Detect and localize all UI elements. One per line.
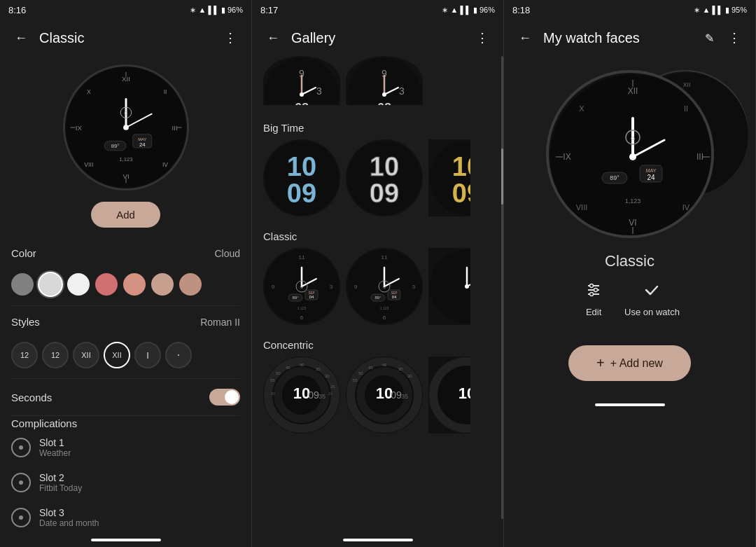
bigtime-face-svg-1: 10 09 — [263, 139, 340, 216]
app-bar-1: ← Classic ⋮ — [0, 20, 251, 56]
svg-text:IV: IV — [162, 161, 167, 168]
svg-text:10: 10 — [452, 152, 470, 181]
complication-slot1[interactable]: Slot 1 Weather — [11, 430, 240, 465]
add-new-button[interactable]: + + Add new — [568, 345, 691, 381]
slot2-dot — [19, 480, 23, 485]
svg-text:10: 10 — [458, 385, 470, 402]
gallery-face-concentric-2[interactable]: 55 50 45 40 35 30 10 09 35 — [346, 356, 423, 434]
app-title-3: My watch faces — [543, 30, 696, 46]
add-new-label: + Add new — [610, 357, 663, 370]
use-on-watch-action[interactable]: Use on watch — [624, 276, 680, 317]
complication-slot3[interactable]: Slot 3 Date and month — [11, 500, 240, 533]
style-btn-xii[interactable]: XII — [73, 342, 99, 368]
add-new-container: + + Add new — [504, 328, 755, 398]
svg-point-77 — [430, 249, 470, 324]
toggle-thumb — [225, 390, 239, 404]
swatch-gray[interactable] — [11, 273, 34, 296]
svg-point-80 — [465, 284, 469, 289]
svg-text:09: 09 — [452, 179, 470, 208]
svg-text:X: X — [579, 104, 584, 113]
back-button-1[interactable]: ← — [8, 25, 34, 50]
more-button-3[interactable]: ⋮ — [722, 25, 747, 50]
seconds-toggle[interactable] — [209, 389, 240, 406]
status-time-1: 8:16 — [8, 5, 26, 15]
style-btn-xii-selected[interactable]: XII — [104, 342, 130, 368]
signal-icon-2: ▌▌ — [460, 6, 471, 14]
svg-text:35: 35 — [316, 367, 321, 371]
status-bar-3: 8:18 ∗ ▲ ▌▌ ▮ 95% — [504, 0, 755, 20]
gallery-face-concentric-1[interactable]: 55 50 45 40 35 30 25 00 20 10 09 35 — [263, 356, 340, 434]
edit-action-icon — [580, 276, 608, 304]
add-watch-face-button[interactable]: Add — [91, 202, 160, 228]
slot2-icon — [11, 473, 31, 492]
add-new-plus-icon: + — [596, 355, 605, 371]
gallery-face-bigtime-2[interactable]: 10 09 — [346, 139, 423, 216]
back-button-3[interactable]: ← — [512, 25, 538, 50]
swatch-light-gray[interactable] — [39, 273, 62, 296]
app-bar-2: ← Gallery ⋮ — [252, 20, 503, 56]
svg-text:6: 6 — [300, 314, 304, 321]
section-title-bigtime: Big Time — [263, 116, 492, 139]
svg-text:10: 10 — [370, 152, 399, 181]
slot1-subtitle: Weather — [39, 448, 71, 458]
gallery-face-classic-1[interactable]: 11 6 9 3 G 89° SEP 04 1,123 — [263, 248, 340, 325]
style-buttons: 12 12 XII XII I · — [11, 336, 240, 377]
svg-text:68: 68 — [295, 101, 309, 105]
gallery-section-classic: Classic 11 6 9 3 G 89° — [252, 219, 503, 328]
swatch-white[interactable] — [67, 273, 90, 296]
gallery-face-bigtime-1[interactable]: 10 09 — [263, 139, 340, 216]
slot3-subtitle: Date and month — [39, 518, 99, 528]
battery-icon: ▮ — [221, 6, 225, 15]
gallery-scroll[interactable]: 9 3 68 9 3 68 — [252, 56, 503, 533]
check-icon — [643, 282, 660, 298]
svg-text:09: 09 — [391, 389, 402, 401]
gallery-face-partial-2[interactable]: 9 3 68 — [346, 56, 423, 105]
style-btn-dot[interactable]: · — [165, 342, 192, 368]
status-time-3: 8:18 — [512, 5, 530, 15]
status-bar-1: 8:16 ∗ ▲ ▌▌ ▮ 96% — [0, 0, 251, 20]
edit-button-3[interactable]: ✎ — [696, 25, 722, 50]
svg-text:G: G — [300, 285, 303, 289]
gallery-face-partial-1[interactable]: 9 3 68 — [263, 56, 340, 105]
edit-action[interactable]: Edit — [580, 276, 608, 317]
svg-text:IX: IX — [75, 124, 82, 132]
swatch-red[interactable] — [95, 273, 118, 296]
style-btn-12-1[interactable]: 12 — [11, 342, 38, 368]
slot3-text: Slot 3 Date and month — [39, 507, 99, 528]
svg-text:04: 04 — [309, 295, 314, 299]
bigtime-face-svg-2: 10 09 — [346, 139, 423, 216]
more-button-1[interactable]: ⋮ — [218, 25, 243, 50]
gallery-face-classic-3[interactable] — [428, 248, 470, 325]
svg-text:45: 45 — [286, 366, 290, 370]
swatch-peach[interactable] — [179, 273, 202, 296]
watch-face-svg-1: XII VI IX III II X IV VIII G 89° — [65, 67, 187, 188]
gallery-face-bigtime-3[interactable]: 10 09 — [428, 139, 470, 216]
gallery-face-concentric-3[interactable]: 10 — [428, 356, 470, 434]
complication-slot2[interactable]: Slot 2 Fitbit Today — [11, 465, 240, 500]
svg-text:G: G — [630, 135, 634, 141]
classic-face-svg-3 — [428, 248, 470, 325]
more-button-2[interactable]: ⋮ — [470, 25, 495, 50]
back-button-2[interactable]: ← — [260, 25, 286, 50]
style-btn-12-2[interactable]: 12 — [42, 342, 69, 368]
svg-text:00: 00 — [271, 392, 275, 396]
gallery-faces-classic: 11 6 9 3 G 89° SEP 04 1,123 — [263, 248, 492, 325]
swatch-rose[interactable] — [123, 273, 146, 296]
styles-setting-row: Styles Roman II — [11, 307, 240, 336]
big-watch-display: XII XII VI IX III II X IV VIII — [504, 56, 755, 252]
gallery-face-classic-2[interactable]: 11 6 9 3 G 89° SEP 04 1,123 — [346, 248, 423, 325]
svg-text:XII: XII — [627, 86, 638, 96]
battery-percent-3: 95% — [732, 6, 747, 14]
main-watch-circle: XII VI IX III II X IV VIII G 89° — [546, 70, 714, 238]
panel-gallery: 8:17 ∗ ▲ ▌▌ ▮ 96% ← Gallery ⋮ 9 3 68 — [252, 0, 504, 547]
classic-face-svg-1: 11 6 9 3 G 89° SEP 04 1,123 — [263, 248, 340, 325]
watch-circle-1: XII VI IX III II X IV VIII G 89° — [63, 64, 189, 191]
use-on-watch-action-icon — [638, 276, 666, 304]
svg-text:35: 35 — [318, 393, 326, 400]
swatch-pink[interactable] — [151, 273, 174, 296]
seconds-setting-row[interactable]: Seconds — [11, 380, 240, 414]
slot2-text: Slot 2 Fitbit Today — [39, 472, 82, 493]
style-btn-i[interactable]: I — [134, 342, 161, 368]
svg-text:X: X — [86, 88, 90, 95]
signal-icon-3: ▌▌ — [712, 6, 723, 14]
